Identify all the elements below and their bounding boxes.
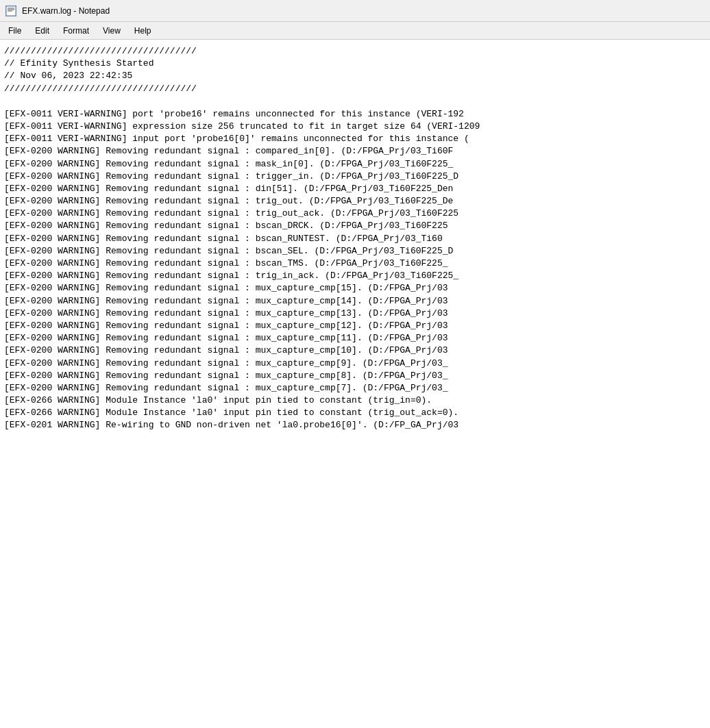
log-line: [EFX-0200 WARNING] Removing redundant si… — [4, 220, 706, 232]
menu-edit[interactable]: Edit — [29, 24, 55, 38]
log-line: [EFX-0200 WARNING] Removing redundant si… — [4, 183, 706, 195]
log-line: [EFX-0200 WARNING] Removing redundant si… — [4, 344, 706, 357]
log-line: [EFX-0011 VERI-WARNING] port 'probe16' r… — [4, 108, 706, 121]
log-line: [EFX-0201 WARNING] Re-wiring to GND non-… — [4, 419, 706, 431]
log-line: [EFX-0266 WARNING] Module Instance 'la0'… — [4, 407, 706, 419]
log-line: [EFX-0266 WARNING] Module Instance 'la0'… — [4, 394, 706, 407]
log-line: // Nov 06, 2023 22:42:35 — [4, 70, 706, 82]
log-line: [EFX-0200 WARNING] Removing redundant si… — [4, 357, 706, 370]
log-line: [EFX-0200 WARNING] Removing redundant si… — [4, 370, 706, 382]
log-line: //////////////////////////////////// — [4, 83, 706, 95]
menu-format[interactable]: Format — [58, 24, 95, 38]
log-line: [EFX-0200 WARNING] Removing redundant si… — [4, 145, 706, 158]
log-line: [EFX-0200 WARNING] Removing redundant si… — [4, 258, 706, 270]
log-line: [EFX-0200 WARNING] Removing redundant si… — [4, 320, 706, 332]
log-line: [EFX-0011 VERI-WARNING] input port 'prob… — [4, 133, 706, 145]
log-line: // Efinity Synthesis Started — [4, 58, 706, 70]
log-line: [EFX-0200 WARNING] Removing redundant si… — [4, 332, 706, 344]
title-bar: EFX.warn.log - Notepad — [0, 0, 710, 22]
log-line: [EFX-0200 WARNING] Removing redundant si… — [4, 382, 706, 394]
log-line: [EFX-0200 WARNING] Removing redundant si… — [4, 307, 706, 320]
log-line: [EFX-0200 WARNING] Removing redundant si… — [4, 295, 706, 307]
log-line: //////////////////////////////////// — [4, 45, 706, 58]
log-line — [4, 95, 706, 108]
log-line: [EFX-0200 WARNING] Removing redundant si… — [4, 158, 706, 171]
log-line: [EFX-0200 WARNING] Removing redundant si… — [4, 282, 706, 294]
log-content: ////////////////////////////////////// E… — [0, 40, 710, 728]
app-icon — [5, 5, 16, 16]
menu-bar: File Edit Format View Help — [0, 22, 710, 40]
log-line: [EFX-0011 VERI-WARNING] expression size … — [4, 121, 706, 133]
log-line: [EFX-0200 WARNING] Removing redundant si… — [4, 270, 706, 282]
menu-help[interactable]: Help — [129, 24, 157, 38]
menu-file[interactable]: File — [3, 24, 27, 38]
log-line: [EFX-0200 WARNING] Removing redundant si… — [4, 233, 706, 245]
log-line: [EFX-0200 WARNING] Removing redundant si… — [4, 195, 706, 208]
log-line: [EFX-0200 WARNING] Removing redundant si… — [4, 171, 706, 183]
log-line: [EFX-0200 WARNING] Removing redundant si… — [4, 245, 706, 258]
window-title: EFX.warn.log - Notepad — [22, 6, 110, 16]
log-line: [EFX-0200 WARNING] Removing redundant si… — [4, 208, 706, 220]
menu-view[interactable]: View — [97, 24, 126, 38]
